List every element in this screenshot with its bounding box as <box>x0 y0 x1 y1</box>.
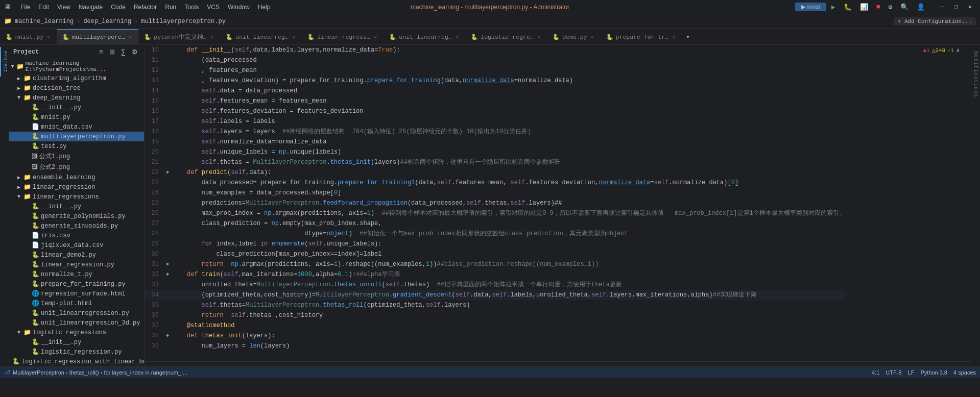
tree-img1[interactable]: ▶ 🖼 公式1.png <box>9 151 144 162</box>
tab-close-3d[interactable]: ✕ <box>455 34 460 40</box>
icon-gen-poly: 🐍 <box>32 212 39 220</box>
label-prepare: prepare_for_training.py <box>41 281 126 288</box>
tree-clustering[interactable]: ▶ 📁 clustering_algorithm <box>9 73 144 83</box>
sidebar-btn-collapse[interactable]: ∑ <box>119 47 128 57</box>
menu-view[interactable]: View <box>54 3 74 12</box>
tree-unit-lr[interactable]: ▶🐍unit_linearregression.py <box>9 308 144 318</box>
gutter-31: ◆ <box>163 259 172 269</box>
tree-mlp[interactable]: ▶ 🐍 multilayerperceptron.py <box>9 132 144 141</box>
tab-unit-3d[interactable]: 🐍 unit_linearregression_3d.py ✕ <box>384 29 465 44</box>
tree-logistic-linear[interactable]: ▶🐍logistic_regression_with_linear_bound.… <box>9 357 144 366</box>
menu-navigate[interactable]: Navigate <box>76 3 106 12</box>
tree-ensemble[interactable]: ▶ 📁 ensemble_learning <box>9 172 144 182</box>
status-eol[interactable]: LF <box>908 369 915 376</box>
tab-linear-reg[interactable]: 🐍 linear_regression.py ✕ <box>302 29 384 44</box>
tree-mnist[interactable]: ▶ 🐍 mnist.py <box>9 112 144 122</box>
sidebar-btn-expand[interactable]: ⊞ <box>107 47 117 57</box>
sidebar-btn-menu[interactable]: ≡ <box>97 47 105 57</box>
tab-demo[interactable]: 🐍 demo.py ✕ <box>547 29 600 44</box>
tab-close-linreg[interactable]: ✕ <box>373 34 378 40</box>
line-num-34: 34 <box>145 290 163 300</box>
tree-deep-learning[interactable]: ▼ 📁 deep_learning <box>9 93 144 103</box>
sidebar-btn-settings[interactable]: ⚙ <box>130 47 140 57</box>
menu-help[interactable]: Help <box>255 3 274 12</box>
menu-code[interactable]: Code <box>108 3 129 12</box>
tree-logistic-py[interactable]: ▶🐍logistic_regression.py <box>9 347 144 357</box>
notifications-label[interactable]: Notifications <box>972 47 979 102</box>
tab-close-mlp[interactable]: ✕ <box>128 34 133 40</box>
status-encoding[interactable]: UTF-8 <box>886 369 901 376</box>
tree-prepare[interactable]: ▶🐍prepare_for_training.py <box>9 279 144 289</box>
tab-multilayerperceptron[interactable]: 🐍 multilayerperceptron.py ✕ <box>57 29 138 44</box>
tree-linear-demo2[interactable]: ▶🐍linear_demo2.py <box>9 250 144 260</box>
tab-mnist[interactable]: 🐍 mnist.py ✕ <box>0 29 57 44</box>
tree-gen-poly[interactable]: ▶🐍generate_polynomials.py <box>9 211 144 221</box>
line-num-33: 33 <box>145 280 163 290</box>
settings-btn[interactable]: ⚙ <box>886 2 896 12</box>
tree-init-deep[interactable]: ▶ 🐍 __init__.py <box>9 103 144 112</box>
tab-logistic[interactable]: 🐍 logistic_regression.py ✕ <box>465 29 547 44</box>
breadcrumb-part3[interactable]: multilayerperceptron.py <box>141 18 226 25</box>
label-unit-lr: unit_linearregression.py <box>41 310 129 317</box>
menu-file[interactable]: File <box>17 3 33 12</box>
project-panel-icon[interactable]: Project <box>0 47 9 77</box>
tree-jiqixuex[interactable]: ▶📄jiqixuex_data.csv <box>9 240 144 250</box>
maximize-btn[interactable]: ❐ <box>950 2 962 12</box>
tree-img2[interactable]: ▶ 🖼 公式2.png <box>9 162 144 172</box>
tree-init-lr[interactable]: ▶🐍__init__.py <box>9 202 144 211</box>
tree-linear-regs[interactable]: ▼ 📁 linear_regressions <box>9 192 144 202</box>
tree-linear-reg-folder[interactable]: ▶ 📁 linear_regression <box>9 182 144 192</box>
tree-root[interactable]: ▼ 📁 machine_learning E:\PycharmProjects\… <box>9 59 144 73</box>
menu-edit[interactable]: Edit <box>35 3 52 12</box>
run-config-btn[interactable]: ▶ mnist <box>795 3 826 11</box>
tree-test[interactable]: ▶ 🐍 test.py <box>9 141 144 151</box>
tree-gen-sin[interactable]: ▶🐍generate_sinusoids.py <box>9 221 144 231</box>
menu-vcs[interactable]: VCS <box>204 3 223 12</box>
tree-mnist-csv[interactable]: ▶ 📄 mnist_data.csv <box>9 122 144 132</box>
collapse-btn[interactable]: ∧ <box>956 47 960 54</box>
status-line-col[interactable]: 4:1 <box>872 369 879 376</box>
profile-btn[interactable]: 📊 <box>857 2 871 12</box>
tab-unit-linearreg[interactable]: 🐍 unit_linearregression.py ✕ <box>220 29 302 44</box>
tree-init-log[interactable]: ▶🐍__init__.py <box>9 337 144 347</box>
tab-close-logistic[interactable]: ✕ <box>536 34 541 40</box>
menu-tools[interactable]: Tools <box>181 3 202 12</box>
tree-logistic-regs[interactable]: ▼ 📁 logistic_regressions <box>9 328 144 337</box>
user-btn[interactable]: 👤 <box>914 2 928 12</box>
editor-hscrollbar[interactable] <box>145 361 971 366</box>
menu-run[interactable]: Run <box>162 3 179 12</box>
search-everywhere-btn[interactable]: 🔍 <box>897 2 912 12</box>
stop-btn[interactable]: ■ <box>873 2 883 12</box>
tab-pytorch[interactable]: 🐍 pytorch中定义神经网络与训练流程.py ✕ <box>138 29 220 44</box>
breadcrumb-part2[interactable]: deep_learning <box>83 18 131 25</box>
tree-iris[interactable]: ▶📄iris.csv <box>9 231 144 240</box>
breadcrumb-part1[interactable]: machine_learning <box>15 18 74 25</box>
menu-refactor[interactable]: Refactor <box>131 3 160 12</box>
status-python[interactable]: Python 3.8 <box>920 369 947 376</box>
tab-close-mnist[interactable]: ✕ <box>46 34 51 40</box>
tree-temp-plot[interactable]: ▶🌐temp-plot.html <box>9 299 144 308</box>
tree-linear-reg-py[interactable]: ▶🐍linear_regression.py <box>9 260 144 269</box>
tree-decision[interactable]: ▶ 📁 decision_tree <box>9 83 144 93</box>
tree-normalize[interactable]: ▶🐍normalize_t.py <box>9 269 144 279</box>
menu-window[interactable]: Window <box>225 3 253 12</box>
add-config-btn[interactable]: + Add Configuration... <box>894 17 976 26</box>
tab-close-pytorch[interactable]: ✕ <box>209 34 214 40</box>
run-btn[interactable]: ▶ <box>828 2 839 12</box>
editor-scroll-area[interactable]: 10 def __init__(self,data,labels,layers,… <box>145 45 971 361</box>
tree-unit-lr-3d[interactable]: ▶🐍unit_linearregression_3d.py <box>9 318 144 328</box>
icon-linear-regs: 📁 <box>23 193 31 201</box>
tree-regression-html[interactable]: ▶🌐regression_surface.html <box>9 289 144 299</box>
tab-close-unit[interactable]: ✕ <box>291 34 296 40</box>
tab-prepare[interactable]: 🐍 prepare_for_training... ✕ <box>601 29 682 44</box>
sidebar-title: Project <box>13 48 95 56</box>
code-line-16: 16 self.features_deviation = features_de… <box>145 106 845 116</box>
statusbar-breadcrumb[interactable]: MultilayerPerceptron › thetas_roll() › f… <box>13 369 187 376</box>
debug-btn[interactable]: 🐛 <box>841 2 855 12</box>
minimize-btn[interactable]: ─ <box>936 3 948 12</box>
tab-close-demo[interactable]: ✕ <box>590 34 595 40</box>
tab-overflow[interactable]: ▾ <box>682 29 694 44</box>
status-indent[interactable]: 4 spaces <box>953 369 976 376</box>
close-btn[interactable]: ✕ <box>964 2 976 12</box>
tab-close-prepare[interactable]: ✕ <box>672 34 677 40</box>
